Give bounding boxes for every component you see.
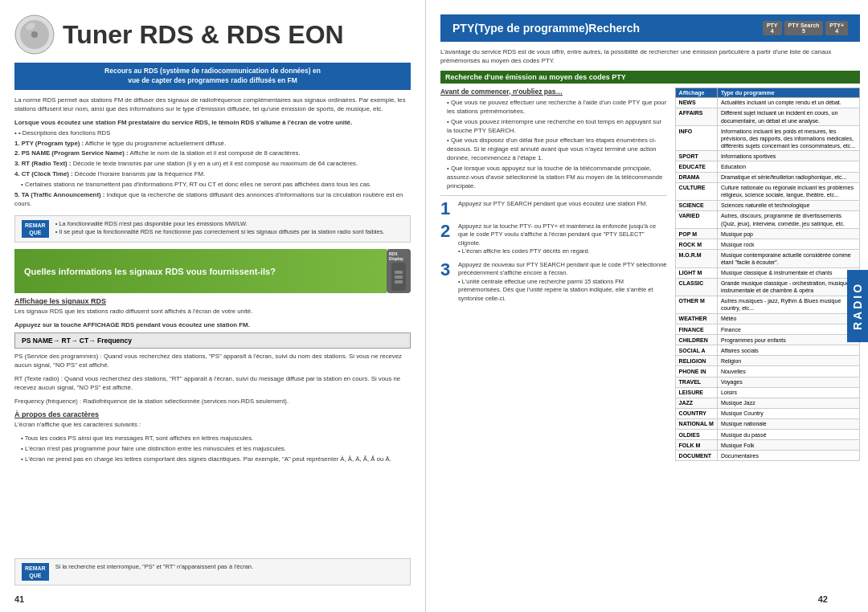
pty-affichage-cell: NATIONAL M: [675, 418, 717, 429]
pty-type-cell: Musique Folk: [717, 440, 859, 451]
pty-type-cell: Musique contemporaine actuelle considéré…: [717, 250, 859, 267]
recherche-header: Recherche d'une émission au moyen des co…: [440, 71, 860, 84]
pty-btn-3: PTY+ 4: [825, 21, 848, 35]
features-list: • Descriptions des fonctions RDS 1. PTY …: [14, 129, 411, 209]
step-2: 2 Appuyez sur la touche PTY- ou PTY+ et …: [440, 222, 667, 256]
pty-type-cell: Affaires socials: [717, 345, 859, 356]
table-row: RELIGIONReligion: [675, 356, 859, 366]
freq-desc: Frequency (fréquence) : Radiofréquence d…: [14, 398, 411, 406]
table-row: FOLK MMusique Folk: [675, 440, 859, 451]
pty-type-cell: Grande musique classique - orchestration…: [717, 278, 859, 296]
pty-btn-2: PTY Search 5: [784, 21, 824, 35]
green-section-title: Quelles informations les signaux RDS vou…: [24, 267, 276, 276]
pty-type-cell: Musique rock: [717, 239, 859, 250]
list-item: 4. CT (Clock Time) : Décode l'horaire tr…: [14, 170, 411, 179]
table-row: DRAMADramatique et série/feuilleton radi…: [675, 172, 859, 182]
intro-text: La norme RDS permet aux stations FM de d…: [14, 96, 411, 114]
pty-type-cell: Finance: [717, 324, 859, 335]
btn-num: 4: [835, 28, 838, 34]
list-item: Que vous pouvez interrompre une recherch…: [440, 118, 667, 136]
pty-type-cell: Documentaires: [717, 451, 859, 461]
pty-type-cell: Culture nationale ou régionale incluant …: [717, 182, 859, 200]
remote-label: RDS Display: [389, 251, 408, 261]
pty-affichage-cell: FINANCE: [675, 324, 717, 335]
pty-type-cell: Nouvelles: [717, 366, 859, 377]
pty-type-cell: Loisirs: [717, 387, 859, 398]
page-number-left: 41: [14, 594, 24, 604]
pty-affichage-cell: CULTURE: [675, 182, 717, 200]
avant-bullets: Que vous ne pouvez effectuer une recherc…: [440, 99, 667, 191]
pty-affichage-cell: DRAMA: [675, 172, 717, 182]
pty-type-cell: Autres, discours, programme de divertiss…: [717, 210, 859, 228]
right-content: Avant de commencer, n'oubliez pas… Que v…: [440, 88, 860, 602]
table-row: M.O.R.MMusique contemporaine actuelle co…: [675, 250, 859, 267]
left-page: Tuner RDS & RDS EON Recours au RDS (syst…: [0, 0, 426, 612]
pty-title: PTY(Type de programme)Recherch: [452, 22, 640, 35]
pty-affichage-cell: RELIGION: [675, 356, 717, 366]
pty-buttons: PTY 4 PTY Search 5 PTY+ 4: [763, 21, 848, 35]
table-row: SPORTInformations sportives: [675, 151, 859, 161]
affichage-bold: Appuyez sur la touche AFFICHAGE RDS pend…: [14, 321, 411, 328]
pty-affichage-cell: EDUCATE: [675, 161, 717, 172]
table-row: PHONE INNouvelles: [675, 366, 859, 377]
table-row: VARIEDAutres, discours, programme de div…: [675, 210, 859, 228]
step-text-1: Appuyez sur PTY SEARCH pendant que vous …: [458, 200, 647, 209]
radio-tab: RADIO: [847, 270, 868, 342]
pty-type-cell: Météo: [717, 313, 859, 324]
list-item: 1. PTY (Program type) : Affiche le type …: [14, 140, 411, 149]
list-item: 3. RT (Radio Text) : Décode le texte tra…: [14, 160, 411, 169]
table-row: SOCIAL AAffaires socials: [675, 345, 859, 356]
table-row: SCIENCESciences naturelle et technologiq…: [675, 200, 859, 210]
table-row: OTHER MAutres musiques - jazz, Rythm & B…: [675, 296, 859, 313]
blue-header-box: Recours au RDS (système de radiocommunic…: [14, 63, 411, 90]
table-row: CHILDRENProgrammes pour enfants: [675, 335, 859, 345]
pty-affichage-cell: SPORT: [675, 151, 717, 161]
pty-affichage-cell: AFFAIRS: [675, 108, 717, 125]
affichage-body: Les signaux RDS que les stations radio d…: [14, 308, 411, 316]
pty-affichage-cell: FOLK M: [675, 440, 717, 451]
remark-box-1: REMARQUE • La fonctionnalité RDS n'est p…: [14, 215, 411, 243]
btn-num: 5: [802, 28, 805, 34]
pty-affichage-cell: ROCK M: [675, 239, 717, 250]
apropos-title: À propos des caractères: [14, 410, 411, 418]
flow-arrows: PS NAME→ RT→ CT→ Frequency: [14, 333, 411, 349]
table-row: INFOInformations incluant les poids et m…: [675, 126, 859, 151]
table-row: COUNTRYMusique Country: [675, 408, 859, 418]
pty-type-cell: Musique pop: [717, 229, 859, 239]
col-header-type: Type du programme: [717, 88, 859, 97]
rt-desc: RT (Texte radio) : Quand vous recherchez…: [14, 375, 411, 393]
step-num-2: 2: [440, 222, 453, 240]
table-row: LEISURELoisirs: [675, 387, 859, 398]
table-row: ROCK MMusique rock: [675, 239, 859, 250]
btn-label: PTY+: [829, 22, 844, 28]
pty-type-cell: Musique nationale: [717, 418, 859, 429]
pty-type-cell: Dramatique et série/feuilleton radiophon…: [717, 172, 859, 182]
table-row: JAZZMusique Jazz: [675, 398, 859, 408]
pty-btn-1: PTY 4: [763, 21, 782, 35]
steps-column: Avant de commencer, n'oubliez pas… Que v…: [440, 88, 667, 602]
disc-icon: [14, 14, 55, 55]
pty-type-cell: Musique Country: [717, 408, 859, 418]
pty-type-cell: Informations sportives: [717, 151, 859, 161]
remark-text-1: • La fonctionnalité RDS n'est pas dispon…: [55, 220, 385, 237]
table-row: CULTURECulture nationale ou régionale in…: [675, 182, 859, 200]
table-row: WEATHERMétéo: [675, 313, 859, 324]
pty-type-cell: Programmes pour enfants: [717, 335, 859, 345]
pty-affichage-cell: SCIENCE: [675, 200, 717, 210]
list-item: Que vous ne pouvez effectuer une recherc…: [440, 99, 667, 116]
remark-box-2: REMARQUE Si la recherche est interrompue…: [14, 558, 411, 585]
table-row: POP MMusique pop: [675, 229, 859, 239]
main-title-area: Tuner RDS & RDS EON: [14, 14, 411, 55]
affichage-title: Affichage les signaux RDS: [14, 297, 411, 305]
pty-affichage-cell: M.O.R.M: [675, 250, 717, 267]
pty-affichage-cell: JAZZ: [675, 398, 717, 408]
page-number-right: 42: [818, 594, 828, 604]
list-item: 5. TA (Traffic Announcement) : Indique q…: [14, 191, 411, 209]
step-text-2: Appuyez sur la touche PTY- ou PTY+ et ma…: [458, 222, 667, 256]
pty-affichage-cell: TRAVEL: [675, 377, 717, 387]
pty-affichage-cell: POP M: [675, 229, 717, 239]
right-page: PTY(Type de programme)Recherch PTY 4 PTY…: [426, 0, 868, 612]
green-section-header: Quelles informations les signaux RDS vou…: [14, 249, 387, 293]
pty-type-cell: Autres musiques - jazz, Rythm & Blues mu…: [717, 296, 859, 313]
list-item: • Certaines stations ne transmettent pas…: [14, 181, 411, 190]
